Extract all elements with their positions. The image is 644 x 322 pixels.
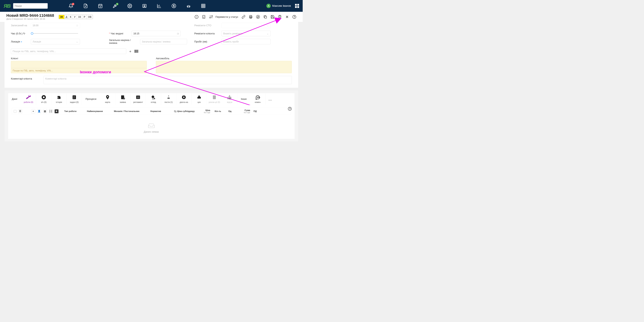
star-button[interactable]: ★ xyxy=(54,109,58,113)
clipboard-icon xyxy=(212,95,217,100)
empty-inbox-icon xyxy=(147,122,155,129)
add-row-button[interactable]: ＋ xyxy=(31,109,35,113)
col-subprice: Ціна субпідряду xyxy=(168,110,195,113)
table-help-icon[interactable] xyxy=(288,107,292,111)
works-table: ☰ ＋ 👤 ▤ ║║ ★ Тип роботи Найменування Мех… xyxy=(8,105,294,139)
col-sum: Сумабез ПДВ xyxy=(236,109,250,113)
person-button[interactable]: 👤 xyxy=(37,109,41,113)
list-view-button[interactable]: ☰ xyxy=(18,109,22,113)
eye-off-icon xyxy=(174,110,176,112)
col-norm: Норматив xyxy=(146,110,166,113)
tab-feedback[interactable]: відгук xyxy=(222,93,238,105)
col-mechanic: Механік / Постачальник xyxy=(109,110,144,113)
table-header: ☰ ＋ 👤 ▤ ║║ ★ Тип роботи Найменування Мех… xyxy=(12,108,291,115)
svg-line-47 xyxy=(144,18,280,72)
svg-point-70 xyxy=(290,109,290,110)
col-price: Цінабез ПДВ xyxy=(197,109,210,113)
svg-rect-65 xyxy=(213,95,216,99)
doc-button[interactable]: ▤ xyxy=(43,109,47,113)
col-name: Найменування xyxy=(82,110,108,113)
col-pd: ПД xyxy=(252,110,258,113)
thumbs-up-icon xyxy=(227,95,232,100)
barcode-button[interactable]: ║║ xyxy=(49,109,53,113)
col-unit: Од. xyxy=(226,110,235,113)
col-type: Тип роботи xyxy=(60,110,80,113)
select-all-checkbox[interactable] xyxy=(14,110,16,113)
col-qty: Кіл-ть xyxy=(212,110,224,113)
tab-recommendations[interactable]: реком-ції (0) xyxy=(207,93,222,105)
empty-state: Даних немає xyxy=(12,115,291,136)
